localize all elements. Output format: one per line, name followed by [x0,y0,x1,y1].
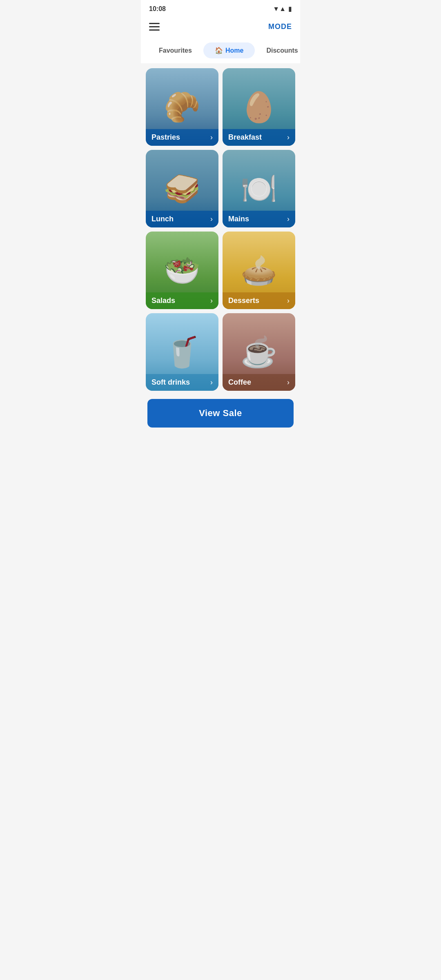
category-salads[interactable]: 🥗 Salads › [146,232,218,309]
tab-home[interactable]: 🏠 Home [203,42,255,58]
menu-button[interactable] [149,23,160,31]
softdrinks-label-overlay: Soft drinks › [146,374,218,391]
pastries-label-overlay: Pastries › [146,129,218,146]
breakfast-label: Breakfast [228,133,262,142]
home-icon: 🏠 [215,47,223,54]
view-sale-button[interactable]: View Sale [147,399,294,428]
mains-label: Mains [228,215,249,223]
category-soft-drinks[interactable]: 🥤 Soft drinks › [146,313,218,391]
lunch-chevron: › [210,215,213,223]
pastries-emoji: 🥐 [164,90,200,125]
category-lunch[interactable]: 🥪 Lunch › [146,150,218,227]
mains-chevron: › [287,215,290,223]
pastries-chevron: › [210,133,213,142]
softdrinks-chevron: › [210,378,213,387]
mode-button[interactable]: MODE [268,22,292,31]
category-mains[interactable]: 🍽️ Mains › [223,150,295,227]
mains-label-overlay: Mains › [223,211,295,227]
category-coffee[interactable]: ☕ Coffee › [223,313,295,391]
breakfast-emoji: 🥚 [241,90,277,125]
desserts-label-overlay: Desserts › [223,292,295,309]
salads-emoji: 🥗 [164,253,200,288]
header: MODE [141,16,300,38]
softdrinks-label: Soft drinks [151,378,190,387]
desserts-emoji: 🥧 [241,253,277,288]
lunch-label: Lunch [151,215,174,223]
battery-icon: ▮ [288,5,292,13]
salads-chevron: › [210,296,213,305]
softdrinks-emoji: 🥤 [164,335,200,370]
status-time: 10:08 [149,5,166,13]
pastries-label: Pastries [151,133,180,142]
category-desserts[interactable]: 🥧 Desserts › [223,232,295,309]
coffee-label: Coffee [228,378,251,387]
status-icons: ▼▲ ▮ [273,5,292,13]
breakfast-chevron: › [287,133,290,142]
tabs: Favourites 🏠 Home Discounts [141,38,300,63]
breakfast-label-overlay: Breakfast › [223,129,295,146]
coffee-label-overlay: Coffee › [223,374,295,391]
coffee-chevron: › [287,378,290,387]
salads-label-overlay: Salads › [146,292,218,309]
category-pastries[interactable]: 🥐 Pastries › [146,68,218,146]
tab-favourites[interactable]: Favourites [147,43,203,58]
category-grid: 🥐 Pastries › 🥚 Breakfast › 🥪 Lunch › 🍽️ … [141,63,300,399]
category-breakfast[interactable]: 🥚 Breakfast › [223,68,295,146]
lunch-label-overlay: Lunch › [146,211,218,227]
coffee-emoji: ☕ [241,335,277,370]
wifi-icon: ▼▲ [273,5,286,13]
mains-emoji: 🍽️ [241,172,277,206]
salads-label: Salads [151,296,175,305]
tab-discounts[interactable]: Discounts [255,43,300,58]
status-bar: 10:08 ▼▲ ▮ [141,0,300,16]
lunch-emoji: 🥪 [164,172,200,206]
desserts-label: Desserts [228,296,259,305]
desserts-chevron: › [287,296,290,305]
